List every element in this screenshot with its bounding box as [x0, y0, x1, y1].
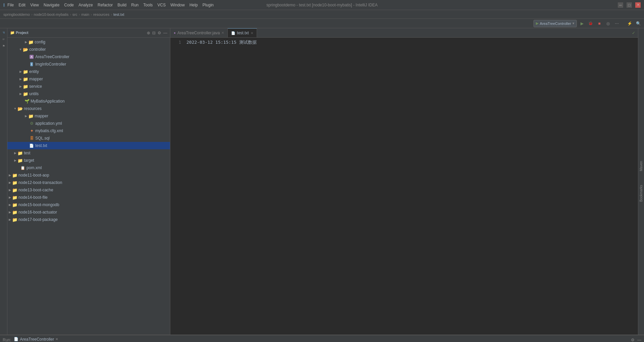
menu-file[interactable]: File: [7, 3, 14, 7]
run-config-selector[interactable]: ▶ AreaTreeController ▾: [533, 20, 577, 27]
main-layout: P S ⚑ 📁 Project ⊕ ⊟ ⚙ — ▶ 📁 config: [0, 28, 644, 335]
tree-label-node11: node11-boot-aop: [18, 173, 49, 178]
breadcrumb-main[interactable]: main: [81, 12, 89, 16]
folder-icon-node14: 📁: [12, 195, 17, 200]
tree-item-mybatisapp[interactable]: 🌱 MyBatisApplication: [7, 98, 170, 105]
breadcrumb-springbootdemo[interactable]: springbootdemo: [3, 12, 30, 16]
stop-button[interactable]: ■: [596, 20, 603, 27]
breadcrumb-src[interactable]: src: [73, 12, 78, 16]
run-config-name: AreaTreeController: [540, 22, 571, 26]
tree-item-node11[interactable]: ▶ 📁 node11-boot-aop: [7, 172, 170, 179]
tree-item-service[interactable]: ▶ 📁 service: [7, 83, 170, 90]
project-tool-button[interactable]: P: [1, 30, 7, 36]
tree-item-appyml[interactable]: ⚙ application.yml: [7, 120, 170, 127]
tab-testtxt[interactable]: 📄 test.txt ✕: [228, 28, 257, 37]
java-icon-areatreecontroller: A: [29, 54, 34, 60]
txt-icon: 📄: [29, 143, 34, 148]
run-options-icon[interactable]: ⚡: [626, 20, 633, 27]
maven-panel-button[interactable]: Maven: [639, 161, 643, 171]
breadcrumb-resources[interactable]: resources: [93, 12, 109, 16]
menu-vcs[interactable]: VCS: [158, 3, 166, 7]
tree-item-resources[interactable]: ▼ 📂 resources: [7, 105, 170, 112]
menu-view[interactable]: View: [30, 3, 39, 7]
tree-item-test[interactable]: ▶ 📁 test: [7, 149, 170, 157]
tree-item-mapper2[interactable]: ▶ 📁 mapper: [7, 112, 170, 120]
menu-run[interactable]: Run: [131, 3, 139, 7]
tree-label-testtxt: test.txt: [35, 143, 47, 148]
bookmarks-tool-button[interactable]: ⚑: [1, 43, 7, 49]
maximize-button[interactable]: □: [627, 2, 632, 8]
run-panel-minimize-icon[interactable]: —: [637, 338, 641, 342]
sidebar-sync-icon[interactable]: ⊕: [147, 31, 150, 35]
left-toolbar: P S ⚑: [0, 28, 7, 335]
tree-item-sqlfile[interactable]: 🗄 SQL.sql: [7, 135, 170, 142]
run-panel-header: Run: 📄 AreaTreeController ✕ ⚙ —: [0, 335, 644, 342]
breadcrumb-sep3: ›: [79, 12, 80, 16]
tab-areatreecontroller[interactable]: ● AreaTreeController.java ✕: [170, 28, 228, 37]
bookmarks-panel-button[interactable]: Bookmarks: [639, 185, 643, 202]
menu-window[interactable]: Window: [170, 3, 185, 7]
menu-build[interactable]: Build: [118, 3, 127, 7]
breadcrumb-node10[interactable]: node10-boot-mybatis: [34, 12, 69, 16]
folder-icon-resources: 📂: [17, 106, 23, 111]
tree-label-node17: node17-boot-package: [18, 217, 58, 222]
tree-item-node17[interactable]: ▶ 📁 node17-boot-package: [7, 216, 170, 223]
menu-analyze[interactable]: Analyze: [79, 3, 93, 7]
tree-item-config[interactable]: ▶ 📁 config: [7, 38, 170, 46]
tree-item-node15[interactable]: ▶ 📁 node15-boot-mongodb: [7, 201, 170, 208]
menu-navigate[interactable]: Navigate: [44, 3, 59, 7]
menu-edit[interactable]: Edit: [18, 3, 26, 7]
menu-plugin[interactable]: Plugin: [203, 3, 214, 7]
folder-icon-node11: 📁: [12, 173, 17, 178]
folder-icon-test: 📁: [17, 150, 23, 156]
run-panel-settings-icon[interactable]: ⚙: [631, 338, 635, 342]
tree-arrow-node12: ▶: [7, 180, 12, 185]
tree-item-entity[interactable]: ▶ 📁 entity: [7, 68, 170, 75]
run-panel: Run: 📄 AreaTreeController ✕ ⚙ — ▶ ⬇ ↺ 📌 …: [0, 335, 644, 342]
tree-item-mybatiscfg[interactable]: ✦ mybatis.cfg.xml: [7, 127, 170, 135]
tree-item-testtxt[interactable]: 📄 test.txt: [7, 142, 170, 149]
run-button[interactable]: ▶: [578, 20, 586, 27]
code-area[interactable]: 2022-03-12 15:15:15 测试数据: [184, 39, 638, 333]
sidebar-settings-icon[interactable]: ⚙: [158, 31, 161, 35]
tree-arrow-node11: ▶: [7, 173, 12, 178]
run-panel-tab-areatreecontroller[interactable]: 📄 AreaTreeController ✕: [14, 337, 58, 342]
tree-item-mapper[interactable]: ▶ 📁 mapper: [7, 75, 170, 83]
tree-item-pomxml[interactable]: 📋 pom.xml: [7, 164, 170, 172]
menu-refactor[interactable]: Refactor: [97, 3, 113, 7]
close-button[interactable]: ✕: [635, 2, 641, 8]
tree-arrow-controller: ▼: [18, 47, 23, 52]
tree-item-areatreecontroller[interactable]: A AreaTreeController: [7, 53, 170, 61]
debug-button[interactable]: 🐞: [587, 20, 594, 27]
tree-item-node13[interactable]: ▶ 📁 node13-boot-cache: [7, 186, 170, 194]
editor-content: 1 2022-03-12 15:15:15 测试数据: [170, 38, 638, 335]
sidebar-collapse-icon[interactable]: ⊟: [152, 31, 156, 35]
menu-code[interactable]: Code: [64, 3, 74, 7]
minimize-button[interactable]: ─: [618, 2, 623, 8]
coverage-button[interactable]: ◎: [604, 20, 612, 27]
menu-tools[interactable]: Tools: [143, 3, 153, 7]
menu-help[interactable]: Help: [189, 3, 198, 7]
structure-tool-button[interactable]: S: [1, 36, 7, 42]
tree-item-controller[interactable]: ▼ 📂 controller: [7, 46, 170, 53]
tree-item-node14[interactable]: ▶ 📁 node14-boot-file: [7, 194, 170, 201]
tab-close-areatreecontroller[interactable]: ✕: [221, 31, 224, 35]
more-run-options-button[interactable]: ⋯: [613, 20, 620, 27]
tree-label-service: service: [29, 84, 42, 89]
tree-item-node16[interactable]: ▶ 📁 node16-boot-actuator: [7, 208, 170, 216]
tree-arrow-resources: ▼: [13, 106, 17, 111]
sidebar-hide-icon[interactable]: —: [163, 31, 167, 35]
right-toolbar: Maven Bookmarks: [638, 28, 644, 335]
breadcrumb-file[interactable]: test.txt: [113, 12, 124, 16]
tree-arrow-service: ▶: [18, 84, 23, 89]
run-tab-close[interactable]: ✕: [55, 337, 58, 341]
top-run-toolbar: ▶ AreaTreeController ▾ ▶ 🐞 ■ ◎ ⋯ ⚡ 🔍: [0, 19, 644, 28]
tab-label-areatreecontroller: AreaTreeController.java: [177, 31, 220, 35]
tree-item-node12[interactable]: ▶ 📁 node12-boot-transaction: [7, 179, 170, 186]
tree-item-target[interactable]: ▶ 📁 target: [7, 157, 170, 164]
tab-close-testtxt[interactable]: ✕: [251, 31, 253, 35]
search-everywhere-button[interactable]: 🔍: [635, 20, 642, 27]
tree-item-imginfo[interactable]: I ImgInfoController: [7, 61, 170, 68]
folder-icon-service: 📁: [23, 84, 28, 89]
tree-item-untils[interactable]: ▶ 📁 untils: [7, 90, 170, 98]
